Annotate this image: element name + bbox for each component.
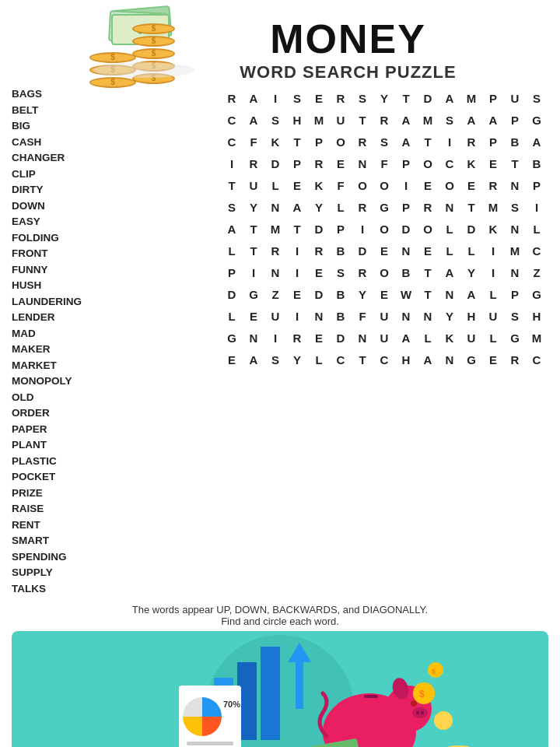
grid-cell: U (331, 110, 351, 130)
grid-cell: C (527, 240, 547, 261)
grid-cell: E (309, 328, 329, 348)
grid-cell: I (527, 197, 547, 217)
grid-cell: Z (527, 262, 547, 282)
grid-cell: C (222, 132, 242, 152)
grid-cell: T (461, 197, 481, 217)
grid-cell: M (527, 328, 547, 348)
svg-point-13 (412, 707, 428, 718)
grid-cell: P (287, 153, 307, 174)
grid-cell: R (222, 88, 242, 108)
word-list-item: BIG (12, 118, 148, 135)
word-list-sidebar: BAGSBELTBIGCASHCHANGERCLIPDIRTYDOWNEASYF… (12, 86, 148, 598)
word-list-item: POCKET (12, 469, 148, 486)
grid-cell: R (352, 197, 373, 217)
word-list-item: ORDER (12, 405, 148, 422)
word-list-item: MAKER (12, 342, 148, 358)
grid-cell: I (483, 262, 503, 282)
word-list-item: RAISE (12, 501, 148, 517)
grid-cell: A (287, 197, 307, 217)
grid-cell: O (374, 262, 394, 282)
grid-cell: I (287, 240, 307, 261)
word-list-item: SMART (12, 533, 148, 549)
grid-cell: C (527, 349, 547, 370)
grid-cell: E (243, 306, 264, 326)
grid-cell: L (418, 328, 438, 348)
grid-cell: T (287, 219, 307, 239)
grid-cell: M (309, 110, 329, 130)
svg-text:$: $ (432, 668, 436, 675)
svg-text:70%: 70% (223, 700, 240, 709)
grid-cell: B (396, 262, 416, 282)
grid-cell: F (374, 153, 394, 174)
grid-cell: F (352, 306, 373, 326)
grid-cell: L (222, 240, 242, 261)
grid-cell: Y (439, 306, 460, 326)
grid-cell: H (461, 306, 481, 326)
grid-cell: C (331, 349, 351, 370)
word-list-item: MARKET (12, 358, 148, 374)
grid-cell: L (527, 219, 547, 239)
grid-cell: D (461, 219, 481, 239)
word-list-item: CHANGER (12, 150, 148, 167)
grid-cell: R (505, 349, 525, 370)
grid-cell: T (418, 262, 438, 282)
grid-cell: G (461, 349, 481, 370)
grid-cell: D (418, 88, 438, 108)
grid-cell: E (309, 88, 329, 108)
word-list-item: BELT (12, 103, 148, 119)
puzzle-grid: RAISERSYTDAMPUSCASHMUTRAMSAAPGCFKTPORSAT… (156, 86, 548, 598)
grid-cell: L (331, 197, 351, 217)
grid-cell: T (243, 219, 264, 239)
word-list-item: HUSH (12, 278, 148, 294)
grid-cell: P (396, 153, 416, 174)
grid-cell: D (352, 240, 373, 261)
grid-cell: N (352, 153, 373, 174)
grid-cell: A (243, 110, 264, 130)
grid-cell: U (483, 306, 503, 326)
svg-rect-17 (364, 695, 378, 698)
grid-cell: R (352, 262, 373, 282)
grid-cell: N (439, 284, 460, 304)
word-list-item: PLASTIC (12, 454, 148, 470)
grid-cell: M (505, 240, 525, 261)
grid-cell: A (396, 328, 416, 348)
grid-cell: O (418, 219, 438, 239)
grid-cell: I (396, 175, 416, 195)
word-list-item: MONOPOLY (12, 374, 148, 390)
grid-cell: L (439, 240, 460, 261)
grid-cell: P (505, 110, 525, 130)
word-list-item: DIRTY (12, 182, 148, 198)
grid-cell: E (418, 240, 438, 261)
grid-cell: K (265, 132, 285, 152)
grid-cell: A (461, 110, 481, 130)
grid-cell: G (527, 110, 547, 130)
title-area: MONEY WORD SEARCH PUZZLE (152, 8, 544, 82)
grid-cell: B (331, 284, 351, 304)
grid-cell: T (352, 349, 373, 370)
grid-cell: T (243, 240, 264, 261)
grid-cell: E (483, 153, 503, 174)
grid-cell: K (439, 328, 460, 348)
grid-cell: G (222, 328, 242, 348)
grid-cell: L (461, 240, 481, 261)
word-list-item: LENDER (12, 310, 148, 326)
grid-cell: T (418, 132, 438, 152)
grid-cell: B (527, 153, 547, 174)
grid-cell: D (265, 153, 285, 174)
grid-cell: N (505, 219, 525, 239)
grid-cell: L (309, 349, 329, 370)
grid-cell: E (287, 284, 307, 304)
sub-title: WORD SEARCH PUZZLE (152, 62, 544, 82)
word-list-item: RENT (12, 517, 148, 534)
grid-cell: P (309, 132, 329, 152)
grid-cell: T (396, 88, 416, 108)
grid-cell: R (287, 328, 307, 348)
word-list-item: LAUNDERING (12, 294, 148, 310)
grid-cell: U (374, 306, 394, 326)
grid-cell: S (374, 132, 394, 152)
grid-cell: S (331, 262, 351, 282)
main-title: MONEY (152, 16, 544, 62)
grid-cell: A (243, 349, 264, 370)
grid-cell: S (352, 88, 373, 108)
grid-cell: N (396, 240, 416, 261)
